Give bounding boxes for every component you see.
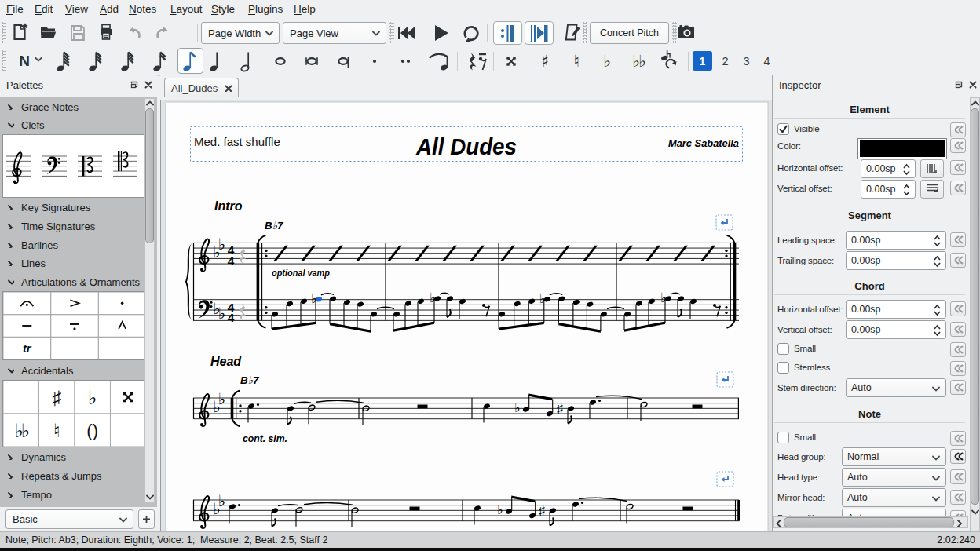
- checkbox-n-small[interactable]: [777, 432, 789, 443]
- menu-notes[interactable]: Notes: [129, 0, 156, 19]
- palette-scrollbar-thumb[interactable]: [145, 108, 154, 243]
- inspector-vscrollbar-thumb[interactable]: [971, 108, 979, 505]
- spinbox-leading[interactable]: 0.00sp: [846, 231, 946, 250]
- reset-button-ch-voffset[interactable]: [950, 322, 966, 337]
- reset-button-leading[interactable]: [950, 232, 966, 247]
- palette-item-repeats-jumps[interactable]: Repeats & Jumps: [0, 467, 146, 485]
- spin-arrows-icon[interactable]: [934, 304, 941, 316]
- menu-style[interactable]: Style: [211, 0, 235, 19]
- combo-mirrorhead[interactable]: Auto: [842, 488, 946, 507]
- palette-item-clefs[interactable]: Clefs: [0, 116, 146, 134]
- duration-16th-button[interactable]: [151, 49, 171, 73]
- palette-item-lines[interactable]: Lines: [0, 254, 146, 272]
- palette-item-dynamics[interactable]: Dynamics: [0, 448, 146, 466]
- duration-64th-button[interactable]: [86, 49, 107, 73]
- spinbox-el-hoffset[interactable]: 0.00sp: [861, 159, 916, 178]
- reset-button-trailing[interactable]: [950, 253, 966, 268]
- rewind-button[interactable]: [397, 24, 417, 41]
- menu-add[interactable]: Add: [100, 0, 119, 19]
- palette-cell-tenor-clef[interactable]: [111, 135, 147, 197]
- snap-button-vsnap[interactable]: [920, 159, 944, 178]
- tie-button[interactable]: [428, 49, 450, 73]
- reset-button-visible[interactable]: [950, 122, 966, 137]
- voice-4-button[interactable]: 4: [757, 51, 777, 71]
- open-button[interactable]: [39, 23, 58, 42]
- save-button[interactable]: [68, 24, 86, 41]
- inspector-scroll-left-icon[interactable]: [775, 520, 781, 527]
- combo-headgroup[interactable]: Normal: [842, 447, 946, 466]
- repeats-toggle-button[interactable]: [493, 21, 522, 45]
- menu-help[interactable]: Help: [294, 0, 316, 19]
- duration-whole-button[interactable]: [270, 49, 291, 73]
- palette-scroll-up-icon[interactable]: [146, 100, 154, 106]
- note-input-dropdown[interactable]: [35, 57, 42, 62]
- combo-headtype[interactable]: Auto: [842, 468, 946, 487]
- accidental-natural-button[interactable]: ♮: [566, 49, 585, 74]
- voice-1-button[interactable]: 1: [693, 51, 712, 71]
- menu-file[interactable]: File: [6, 0, 24, 19]
- reset-button-stemless[interactable]: [950, 361, 966, 376]
- score-canvas[interactable]: [160, 100, 772, 531]
- accidental-double-flat-button[interactable]: ♭♭: [629, 49, 648, 74]
- palette-item-key-signatures[interactable]: Key Signatures: [0, 199, 146, 217]
- flip-direction-button[interactable]: [658, 49, 682, 73]
- checkbox-ch-small[interactable]: [777, 343, 789, 355]
- loop-playback-button[interactable]: [460, 24, 479, 42]
- reset-button-el-voffset[interactable]: [950, 181, 966, 195]
- voice-2-button[interactable]: 2: [715, 51, 735, 71]
- tab-all-dudes[interactable]: All_Dudes: [164, 78, 239, 97]
- reset-button-mirrorhead[interactable]: [950, 490, 966, 505]
- concert-pitch-button[interactable]: Concert Pitch: [590, 22, 669, 44]
- checkbox-visible[interactable]: [777, 123, 789, 135]
- duration-eighth-button-selected[interactable]: [177, 48, 203, 74]
- pan-playback-toggle-button[interactable]: [525, 21, 554, 45]
- note-input-button[interactable]: N: [13, 50, 36, 72]
- play-button[interactable]: [432, 24, 449, 41]
- reset-button-color[interactable]: [950, 138, 966, 153]
- accidental-sharp-button[interactable]: ♯: [535, 49, 554, 74]
- spinbox-el-voffset[interactable]: 0.00sp: [861, 180, 916, 199]
- edit-score-button[interactable]: [562, 23, 583, 43]
- view-mode-combo[interactable]: Page View: [283, 22, 386, 44]
- augmentation-dot-button[interactable]: [371, 57, 378, 65]
- duration-quarter-button[interactable]: [207, 49, 228, 73]
- inspector-scroll-down-icon[interactable]: [971, 509, 979, 515]
- palette-item-barlines[interactable]: Barlines: [0, 236, 146, 254]
- reset-button-ch-small[interactable]: [950, 342, 966, 357]
- palette-scroll-down-icon[interactable]: [146, 494, 154, 500]
- color-swatch[interactable]: [858, 138, 947, 159]
- double-augmentation-dot-button[interactable]: [399, 57, 413, 65]
- workspace-combo[interactable]: Basic: [5, 509, 133, 529]
- reset-button-n-small[interactable]: [950, 431, 966, 446]
- inspector-float-icon[interactable]: [955, 81, 964, 89]
- inspector-hscrollbar-thumb[interactable]: [784, 517, 954, 527]
- new-score-button[interactable]: [11, 23, 30, 42]
- palette-item-time-signatures[interactable]: Time Signatures: [0, 217, 146, 235]
- spin-arrows-icon[interactable]: [903, 184, 910, 196]
- voice-3-button[interactable]: 3: [737, 51, 756, 71]
- duration-breve-button[interactable]: [302, 49, 322, 73]
- menu-layout[interactable]: Layout: [170, 0, 203, 19]
- palette-cell-marcato[interactable]: [98, 315, 146, 338]
- reset-button-headgroup[interactable]: [950, 449, 966, 464]
- menu-view[interactable]: View: [65, 0, 88, 19]
- palette-float-icon[interactable]: [130, 81, 139, 89]
- duration-128th-button[interactable]: [54, 49, 75, 73]
- reset-button-ch-hoffset[interactable]: [950, 301, 966, 316]
- print-button[interactable]: [97, 23, 115, 42]
- redo-button[interactable]: [153, 24, 172, 42]
- rest-button[interactable]: [465, 49, 488, 73]
- palette-item-tempo[interactable]: Tempo: [0, 486, 146, 504]
- spin-arrows-icon[interactable]: [903, 163, 910, 176]
- palette-item-accidentals[interactable]: Accidentals: [0, 362, 146, 380]
- palette-item-grace-notes[interactable]: Grace Notes: [0, 98, 146, 116]
- palette-cell-portato[interactable]: [51, 315, 99, 338]
- undo-button[interactable]: [125, 24, 144, 42]
- palette-cell-accent[interactable]: [51, 292, 99, 315]
- reset-button-el-hoffset[interactable]: [950, 160, 966, 175]
- inspector-scroll-up-icon[interactable]: [971, 100, 979, 106]
- palette-cell-alto-clef[interactable]: [75, 135, 111, 197]
- palette-cell-trill[interactable]: tr: [23, 341, 32, 355]
- duration-half-button[interactable]: [239, 49, 259, 73]
- combo-stemdir[interactable]: Auto: [846, 378, 946, 397]
